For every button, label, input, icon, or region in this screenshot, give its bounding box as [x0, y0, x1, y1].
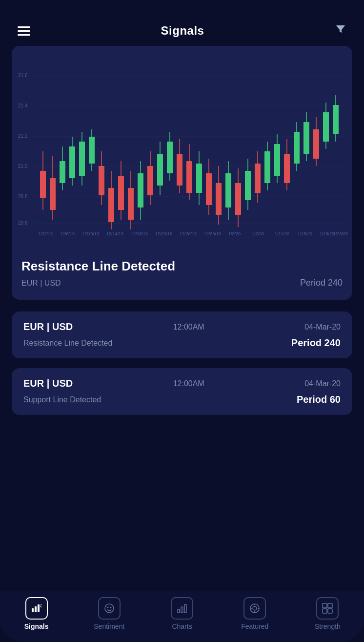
svg-text:1/15/20: 1/15/20 — [298, 231, 312, 236]
chart-info: Resistance Line Detected EUR | USD Perio… — [12, 251, 352, 300]
signal-pair-1: EUR | USD — [23, 321, 73, 332]
svg-rect-105 — [323, 609, 327, 613]
svg-rect-21 — [79, 142, 85, 176]
svg-text:1/23/20: 1/23/20 — [333, 231, 348, 236]
nav-featured-label: Featured — [241, 622, 268, 630]
svg-rect-17 — [60, 161, 65, 183]
strength-icon — [316, 597, 339, 620]
chart-card: 21.6 21.4 21.2 21.0 20.8 20.6 — [12, 46, 352, 300]
svg-rect-95 — [181, 607, 183, 613]
svg-text:12/26/19: 12/26/19 — [180, 231, 197, 236]
charts-icon — [171, 597, 193, 620]
svg-text:1/3/20: 1/3/20 — [228, 231, 241, 236]
signal-period-2: Period 60 — [297, 394, 341, 405]
svg-rect-53 — [235, 183, 241, 215]
svg-rect-55 — [245, 171, 251, 200]
svg-text:21.0: 21.0 — [18, 164, 28, 169]
svg-rect-27 — [108, 188, 114, 222]
svg-rect-57 — [255, 164, 261, 193]
svg-rect-106 — [328, 609, 332, 613]
header: Signals — [0, 0, 364, 46]
svg-rect-49 — [216, 183, 222, 215]
svg-rect-31 — [128, 188, 134, 220]
svg-rect-13 — [40, 171, 46, 198]
svg-text:12/10/19: 12/10/19 — [82, 231, 99, 236]
svg-rect-104 — [328, 603, 332, 608]
svg-point-92 — [107, 607, 108, 608]
svg-rect-59 — [264, 151, 270, 183]
svg-rect-29 — [118, 176, 124, 210]
phone-wrapper: Signals 21.6 21.4 21.2 21.0 20.8 20.6 — [0, 0, 364, 642]
signal-time-2: 12:00AM — [173, 379, 204, 388]
svg-text:1/7/20: 1/7/20 — [252, 231, 264, 236]
svg-text:1/11/20: 1/11/20 — [275, 231, 289, 236]
svg-rect-19 — [69, 146, 75, 178]
signal-date-1: 04-Mar-20 — [304, 323, 341, 331]
svg-text:12/14/19: 12/14/19 — [106, 231, 123, 236]
svg-rect-51 — [225, 173, 231, 207]
svg-rect-103 — [323, 603, 327, 608]
nav-strength[interactable]: Strength — [291, 597, 364, 630]
svg-text:1/19/20: 1/19/20 — [320, 231, 334, 236]
nav-signals-label: Signals — [24, 622, 49, 630]
svg-text:12/2/19: 12/2/19 — [38, 231, 53, 236]
svg-rect-45 — [196, 164, 202, 193]
svg-rect-33 — [138, 173, 143, 207]
svg-text:20.6: 20.6 — [18, 220, 28, 226]
menu-icon[interactable] — [18, 26, 30, 36]
svg-rect-43 — [186, 161, 192, 193]
svg-rect-61 — [274, 144, 280, 176]
svg-rect-41 — [177, 154, 182, 186]
svg-rect-35 — [147, 166, 153, 195]
nav-charts-label: Charts — [172, 622, 192, 630]
svg-text:12/18/19: 12/18/19 — [131, 231, 148, 236]
svg-rect-96 — [184, 604, 186, 613]
signal-description-1: Resistance Line Detected — [23, 339, 112, 348]
chart-pair: EUR | USD — [21, 279, 61, 288]
signal-period-1: Period 240 — [291, 337, 341, 349]
chart-period: Period 240 — [300, 278, 343, 288]
svg-text:12/6/19: 12/6/19 — [60, 231, 75, 236]
svg-point-91 — [105, 604, 114, 613]
svg-rect-67 — [303, 122, 309, 154]
svg-rect-23 — [89, 137, 95, 164]
main-content: 21.6 21.4 21.2 21.0 20.8 20.6 — [0, 46, 364, 591]
svg-rect-65 — [294, 132, 300, 164]
nav-featured[interactable]: Featured — [219, 597, 291, 630]
signals-icon — [25, 597, 48, 620]
svg-text:21.4: 21.4 — [18, 103, 28, 108]
svg-point-98 — [253, 606, 257, 610]
signal-description-2: Support Line Detected — [23, 395, 101, 404]
svg-rect-71 — [323, 112, 329, 142]
svg-rect-73 — [333, 105, 339, 134]
nav-charts[interactable]: Charts — [145, 597, 218, 630]
signal-time-1: 12:00AM — [173, 323, 204, 331]
bottom-nav: Signals Sentiment — [0, 591, 364, 642]
svg-rect-69 — [313, 129, 319, 159]
svg-text:21.6: 21.6 — [18, 73, 28, 78]
svg-point-93 — [110, 607, 111, 608]
svg-rect-15 — [50, 178, 56, 210]
svg-rect-89 — [35, 606, 37, 612]
svg-text:21.2: 21.2 — [18, 133, 28, 139]
svg-rect-47 — [206, 173, 212, 205]
svg-rect-90 — [38, 604, 40, 612]
signal-date-2: 04-Mar-20 — [304, 379, 341, 388]
svg-rect-37 — [157, 154, 163, 186]
chart-title: Resistance Line Detected — [21, 259, 343, 274]
signal-card-1[interactable]: EUR | USD 12:00AM 04-Mar-20 Resistance L… — [12, 311, 352, 358]
nav-signals[interactable]: Signals — [0, 597, 73, 630]
svg-rect-25 — [99, 166, 104, 195]
featured-icon — [243, 597, 266, 620]
svg-text:12/30/19: 12/30/19 — [204, 231, 221, 236]
signal-card-2[interactable]: EUR | USD 12:00AM 04-Mar-20 Support Line… — [12, 368, 352, 415]
chart-area: 21.6 21.4 21.2 21.0 20.8 20.6 — [12, 46, 352, 251]
page-title: Signals — [161, 24, 204, 38]
nav-strength-label: Strength — [315, 622, 341, 630]
signal-pair-2: EUR | USD — [23, 378, 73, 389]
filter-icon[interactable] — [335, 23, 346, 38]
svg-rect-88 — [32, 608, 34, 612]
nav-sentiment[interactable]: Sentiment — [73, 597, 145, 630]
nav-sentiment-label: Sentiment — [94, 622, 124, 630]
svg-text:20.8: 20.8 — [18, 194, 28, 199]
